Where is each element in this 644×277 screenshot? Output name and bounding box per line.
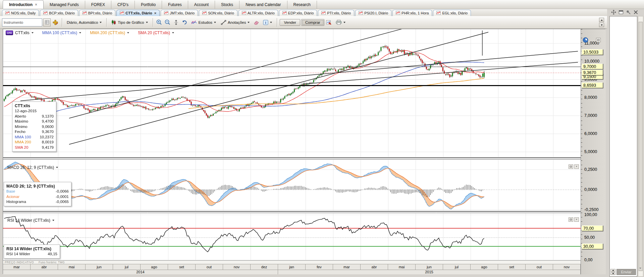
print-dropdown[interactable]	[334, 19, 347, 26]
tooltip-row-value: 9,3670	[42, 129, 54, 135]
chart-tab-nos-xlis-daily[interactable]: NOS:xlis, Daily	[2, 10, 39, 16]
tooltip-row: Mínimo9,0600	[15, 124, 54, 130]
send-button[interactable]: Enviar	[616, 269, 636, 275]
menu-tab-introduction[interactable]: Introduction×	[3, 0, 44, 9]
rsi-restore-button[interactable]	[569, 217, 573, 222]
close-tab-icon[interactable]: ×	[154, 11, 156, 15]
sma20-dropdown[interactable]: SMA 20 (CTT:xlis)	[138, 30, 170, 35]
chart-type-dropdown[interactable]: Tipo de Gráfico	[109, 19, 150, 26]
chart-tab-ctt-xlis-di-rio[interactable]: CTT:xlis, Diário×	[116, 10, 160, 16]
spin-down-icon[interactable]	[599, 23, 604, 27]
chart-settings-button[interactable]	[325, 19, 333, 26]
menu-tab-forex[interactable]: FOREX	[85, 1, 111, 9]
tooltip-row-label: MMA 100	[15, 135, 31, 140]
tooltip-row: Aberto9,1370	[15, 114, 54, 119]
trendline-icon	[221, 20, 226, 25]
price-callout-10-5033: 10,5033	[582, 49, 603, 55]
menu-tab-news-and-calendar[interactable]: News and Calendar	[239, 1, 287, 9]
toolbar-overflow-spinner[interactable]	[599, 18, 604, 27]
menu-tab-managed-funds[interactable]: Managed Funds	[44, 1, 85, 9]
chart-tab-altr-xlis-di-rio[interactable]: ALTR:xlis, Diário	[238, 10, 278, 16]
chevron-down-icon[interactable]	[79, 32, 81, 33]
mma200-dropdown[interactable]: MMA 200 (CTT:xlis)	[90, 30, 125, 35]
month-label: out	[526, 264, 553, 270]
countdown-clock-icon[interactable]	[583, 37, 588, 43]
sell-button[interactable]: Vender	[280, 19, 300, 26]
menu-tab-cfd-s[interactable]: CFD's	[111, 1, 135, 9]
menu-tab-futures[interactable]: Futures	[162, 1, 188, 9]
chart-tab-label: ALTR:xlis, Diário	[248, 11, 275, 15]
annotations-dropdown[interactable]: Anotações	[219, 19, 252, 26]
chart-tab-phr-xlis-1-hora[interactable]: PHR:xlis, 1 Hora	[392, 10, 432, 16]
zoom-out-button[interactable]	[164, 19, 171, 26]
studies-dropdown[interactable]: Estudos	[189, 19, 218, 26]
chart-tab-egl-xlis-di-rio[interactable]: EGL:xlis, Diário	[433, 10, 471, 16]
timeframe-dropdown[interactable]: Diário, Automático	[65, 19, 104, 25]
zoom-in-button[interactable]	[156, 19, 163, 26]
time-axis-years[interactable]: 20142015	[3, 270, 581, 274]
macd-close-button[interactable]: ×	[574, 164, 579, 169]
order-side-panel: Enviar	[609, 16, 637, 277]
quantity-stepper[interactable]	[610, 269, 615, 275]
info-icon: i	[263, 20, 268, 25]
chart-tab-label: CTT:xlis, Diário	[125, 11, 152, 15]
undo-button[interactable]	[181, 19, 188, 26]
chart-tab-edp-xlis-di-rio[interactable]: EDP:xlis, Diário	[279, 10, 317, 16]
scroll-down-icon[interactable]	[639, 269, 642, 275]
close-icon[interactable]	[633, 10, 638, 15]
mini-chart-icon	[5, 11, 10, 15]
info-dropdown[interactable]: i	[261, 19, 274, 26]
tooltip-row-label: Aberto	[15, 114, 26, 119]
add-indicator-button[interactable]	[52, 19, 59, 26]
price-axis-column[interactable]: 11,000010,00009,00008,00007,00006,00005,…	[581, 29, 606, 274]
instrument-search-input[interactable]	[2, 18, 42, 26]
menu-tab-research[interactable]: Research	[287, 1, 317, 9]
mini-chart-icon	[120, 11, 124, 15]
menu-tab-portfolio[interactable]: Portfolio	[135, 1, 162, 9]
mma100-dropdown[interactable]: MMA 100 (CTT:xlis)	[42, 30, 77, 35]
tooltip-row-value: 9,4700	[42, 119, 54, 124]
chart-tab-jmt-xlis-di-rio[interactable]: JMT:xlis, Diário	[161, 10, 198, 16]
macd-restore-button[interactable]	[569, 164, 573, 169]
scrollbar-thumb[interactable]	[639, 22, 643, 271]
fit-axes-button[interactable]	[172, 19, 180, 26]
chevron-down-icon[interactable]	[32, 32, 34, 33]
mini-chart-icon	[436, 11, 441, 15]
chevron-down-icon[interactable]	[172, 32, 174, 33]
spin-up-icon[interactable]	[599, 18, 604, 22]
menu-tab-label: FOREX	[91, 2, 105, 7]
instrument-list-button[interactable]	[43, 18, 51, 26]
move-panel-icon[interactable]	[611, 10, 616, 15]
month-label: jul	[113, 264, 141, 270]
pin-icon[interactable]	[626, 10, 631, 15]
menu-tab-stocks[interactable]: Stocks	[215, 1, 239, 9]
buy-button[interactable]: Comprar	[301, 19, 324, 26]
chart-wrench-icon	[326, 20, 332, 25]
chart-tab-label: PSI20.I, Diário	[364, 11, 388, 15]
maximize-icon[interactable]	[619, 10, 624, 15]
price-macd-rsi-chart[interactable]	[3, 29, 581, 260]
rsi-panel-header[interactable]: RSI 14 Wilder (CTT:xlis)	[7, 218, 54, 223]
eraser-button[interactable]	[253, 19, 260, 26]
spin-up-icon[interactable]	[610, 269, 615, 272]
chart-tab-bcp-xlis-di-rio[interactable]: BCP:xlis, Diário	[40, 10, 78, 16]
annotations-label: Anotações	[228, 20, 246, 24]
chart-tab-son-xlis-di-rio[interactable]: SON:xlis, Diário	[199, 10, 237, 16]
spin-down-icon[interactable]	[610, 272, 615, 275]
price-panel-restore-button[interactable]	[596, 38, 601, 42]
tooltip-row-label: Máximo	[15, 119, 28, 124]
macd-panel-header[interactable]: MACD 26; 12; 9 (CTT:xlis)	[7, 165, 58, 170]
menu-tab-account[interactable]: Account	[188, 1, 215, 9]
chart-tab-bpi-xlis-di-rio[interactable]: BPI:xlis, Diário	[79, 10, 116, 16]
tooltip-row-value: -0,0001	[56, 194, 69, 200]
chart-tab-psi20-i-di-rio[interactable]: PSI20.I, Diário	[355, 10, 391, 16]
vertical-scrollbar[interactable]	[638, 16, 643, 277]
tooltip-row-value: 9,1370	[42, 114, 54, 119]
chevron-down-icon[interactable]	[127, 32, 129, 33]
time-axis-months[interactable]: marabrmaijunjulagosetoutnovdezjanfevmara…	[3, 264, 581, 270]
close-tab-icon[interactable]: ×	[35, 2, 37, 7]
chart-tab-pti-xlis-di-rio[interactable]: PTI:xlis, Diário	[318, 10, 354, 16]
symbol-dropdown[interactable]: CTT:xlis	[15, 30, 30, 35]
timezone-label: Fuso horário: TMG	[39, 261, 65, 264]
rsi-close-button[interactable]: ×	[574, 217, 579, 222]
